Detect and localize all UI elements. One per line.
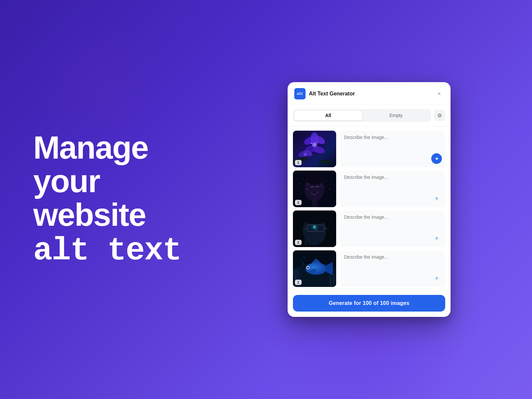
ai-sparkle-outline-icon-3: ✦ xyxy=(432,234,441,243)
hero-line4: alt text xyxy=(33,233,181,269)
svg-point-29 xyxy=(299,184,300,185)
image-input-wrapper-2: ✦ xyxy=(340,171,445,207)
image-textarea-1[interactable] xyxy=(344,135,441,163)
hero-title: Manage your website alt text xyxy=(33,131,186,268)
count-badge-4: 1 xyxy=(295,280,302,285)
image-textarea-3[interactable] xyxy=(344,214,441,243)
title-bar: alt Alt Text Generator × xyxy=(288,82,451,104)
svg-point-14 xyxy=(317,142,318,143)
svg-rect-66 xyxy=(330,275,331,287)
image-thumb-wrapper: 1 xyxy=(293,131,336,167)
svg-point-13 xyxy=(311,143,312,144)
svg-rect-67 xyxy=(333,274,335,287)
svg-point-36 xyxy=(302,210,327,224)
ai-sparkle-filled-icon: ✦ xyxy=(431,153,442,164)
ai-sparkle-outline-icon-4: ✦ xyxy=(432,274,441,283)
generate-section: Generate for 100 of 100 images xyxy=(288,291,451,317)
filter-bar: All Empty ⚙ xyxy=(288,104,451,127)
svg-point-31 xyxy=(329,189,330,190)
ai-generate-btn-2[interactable]: ✦ xyxy=(431,193,442,204)
image-input-wrapper-4: ✦ xyxy=(340,250,445,287)
svg-point-61 xyxy=(307,267,309,269)
svg-point-24 xyxy=(307,189,308,190)
svg-rect-17 xyxy=(312,199,317,207)
image-input-wrapper-1: ✦ xyxy=(340,131,445,167)
close-button[interactable]: × xyxy=(435,89,444,98)
svg-point-41 xyxy=(314,226,314,227)
hero-line1: Manage xyxy=(33,130,148,165)
image-textarea-4[interactable] xyxy=(344,254,441,283)
ai-generate-btn-1[interactable]: ✦ xyxy=(431,153,442,164)
app-title: Alt Text Generator xyxy=(309,91,355,97)
svg-point-10 xyxy=(304,153,307,156)
svg-point-12 xyxy=(319,159,333,166)
count-badge-2: 1 xyxy=(295,200,302,205)
ai-sparkle-outline-icon-2: ✦ xyxy=(432,194,441,203)
svg-point-33 xyxy=(305,173,325,185)
generate-button[interactable]: Generate for 100 of 100 images xyxy=(293,295,445,312)
image-thumb-wrapper: 1 xyxy=(293,171,336,207)
filter-tabs: All Empty xyxy=(293,109,431,122)
svg-point-26 xyxy=(318,192,319,193)
ai-generate-btn-4[interactable]: ✦ xyxy=(431,273,442,284)
settings-button[interactable]: ⚙ xyxy=(434,110,445,121)
title-bar-left: alt Alt Text Generator xyxy=(294,88,355,99)
svg-point-25 xyxy=(322,187,323,188)
svg-point-23 xyxy=(321,185,322,186)
hero-line2: your xyxy=(33,163,100,199)
hero-line3: website xyxy=(33,197,146,232)
app-window: alt Alt Text Generator × All Empty ⚙ xyxy=(288,82,451,317)
svg-point-27 xyxy=(311,193,312,194)
tab-empty[interactable]: Empty xyxy=(362,110,430,120)
image-row: 1 ✦ xyxy=(293,171,445,207)
settings-icon: ⚙ xyxy=(437,112,442,119)
image-row: 1 ✦ xyxy=(293,250,445,287)
image-input-wrapper-3: ✦ xyxy=(340,210,445,247)
image-thumb-wrapper: 1 xyxy=(293,250,336,287)
image-row: 1 ✦ xyxy=(293,210,445,247)
image-textarea-2[interactable] xyxy=(344,175,441,203)
app-window-wrapper: alt Alt Text Generator × All Empty ⚙ xyxy=(206,69,532,330)
svg-point-7 xyxy=(313,143,316,146)
svg-point-62 xyxy=(307,267,308,268)
count-badge-3: 1 xyxy=(295,240,302,245)
svg-point-32 xyxy=(301,194,302,194)
svg-point-28 xyxy=(303,179,303,179)
svg-rect-47 xyxy=(305,234,307,245)
hero-section: Manage your website alt text xyxy=(0,104,206,294)
ai-generate-btn-3[interactable]: ✦ xyxy=(431,233,442,244)
app-logo: alt xyxy=(294,88,306,99)
count-badge-1: 1 xyxy=(295,160,302,165)
image-row: 1 ✦ xyxy=(293,131,445,167)
image-list: 1 ✦ xyxy=(288,127,451,291)
page-layout: Manage your website alt text alt Alt Tex… xyxy=(0,0,532,399)
tab-all[interactable]: All xyxy=(294,110,362,120)
svg-rect-48 xyxy=(308,233,311,246)
svg-point-30 xyxy=(326,180,327,181)
svg-rect-49 xyxy=(312,234,314,245)
image-thumb-wrapper: 1 xyxy=(293,210,336,247)
